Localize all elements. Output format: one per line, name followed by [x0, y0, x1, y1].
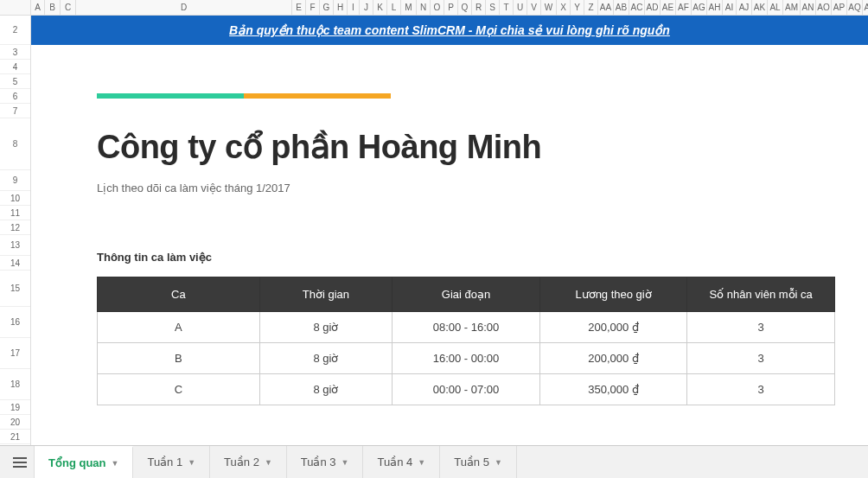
row-header[interactable]: 9: [0, 170, 30, 191]
row-header[interactable]: 16: [0, 307, 30, 338]
sheet-tab[interactable]: Tuần 3▼: [287, 446, 364, 478]
row-header[interactable]: 12: [0, 220, 30, 235]
select-all-cell[interactable]: [0, 0, 31, 15]
column-header[interactable]: G: [320, 0, 334, 15]
column-header[interactable]: AL: [768, 0, 783, 15]
table-row[interactable]: A 8 giờ 08:00 - 16:00 200,000 ₫ 3: [98, 312, 835, 343]
column-header[interactable]: AR: [863, 0, 868, 15]
cell[interactable]: 3: [687, 312, 835, 343]
hamburger-icon: [13, 457, 27, 468]
col-thoigian[interactable]: Thời gian: [259, 277, 393, 312]
column-header[interactable]: H: [334, 0, 348, 15]
sheet-tab[interactable]: Tuần 2▼: [210, 446, 287, 478]
sheet-tab[interactable]: Tuần 1▼: [133, 446, 210, 478]
sheet-tab[interactable]: Tổng quan▼: [35, 446, 133, 478]
row-header[interactable]: 11: [0, 206, 30, 220]
column-header[interactable]: S: [486, 0, 500, 15]
column-header[interactable]: L: [387, 0, 401, 15]
column-header[interactable]: X: [557, 0, 571, 15]
column-header[interactable]: AM: [783, 0, 801, 15]
cell[interactable]: 08:00 - 16:00: [393, 312, 540, 343]
column-header[interactable]: AG: [692, 0, 707, 15]
row-header[interactable]: 19: [0, 400, 30, 415]
cell[interactable]: B: [98, 343, 260, 374]
column-header[interactable]: AC: [629, 0, 645, 15]
cell[interactable]: 350,000 ₫: [539, 374, 687, 405]
row-header[interactable]: 6: [0, 89, 30, 104]
column-header[interactable]: T: [500, 0, 514, 15]
column-header[interactable]: N: [417, 0, 431, 15]
sheet-tab[interactable]: Tuần 5▼: [440, 446, 517, 478]
cell[interactable]: C: [98, 374, 260, 405]
table-row[interactable]: B 8 giờ 16:00 - 00:00 200,000 ₫ 3: [98, 343, 835, 374]
row-header[interactable]: 14: [0, 256, 30, 271]
column-header[interactable]: AJ: [737, 0, 752, 15]
column-header[interactable]: F: [306, 0, 320, 15]
column-header[interactable]: Z: [584, 0, 598, 15]
row-header[interactable]: 13: [0, 235, 30, 256]
table-row[interactable]: C 8 giờ 00:00 - 07:00 350,000 ₫ 3: [98, 374, 835, 405]
column-header[interactable]: AO: [816, 0, 832, 15]
row-header[interactable]: 2: [0, 16, 30, 45]
cell[interactable]: 00:00 - 07:00: [393, 374, 540, 405]
column-header[interactable]: Q: [458, 0, 472, 15]
copyright-link[interactable]: Bản quyền thuộc team content SlimCRM - M…: [229, 23, 670, 37]
column-header[interactable]: AN: [801, 0, 816, 15]
column-header[interactable]: O: [431, 0, 444, 15]
row-header[interactable]: 18: [0, 369, 30, 400]
column-header[interactable]: J: [360, 0, 373, 15]
column-header[interactable]: V: [527, 0, 541, 15]
cell[interactable]: 8 giờ: [259, 343, 393, 374]
column-header[interactable]: AD: [645, 0, 661, 15]
column-header[interactable]: K: [373, 0, 387, 15]
column-header[interactable]: E: [292, 0, 306, 15]
cell[interactable]: A: [98, 312, 260, 343]
cell[interactable]: 8 giờ: [259, 374, 393, 405]
column-header[interactable]: B: [45, 0, 61, 15]
column-header[interactable]: AQ: [847, 0, 863, 15]
row-header[interactable]: 4: [0, 60, 30, 74]
column-header[interactable]: AA: [598, 0, 614, 15]
column-header[interactable]: D: [76, 0, 292, 15]
sheet-content[interactable]: Bản quyền thuộc team content SlimCRM - M…: [31, 16, 868, 445]
column-header[interactable]: AF: [676, 0, 692, 15]
column-header[interactable]: AH: [707, 0, 723, 15]
sheet-tab-bar: Tổng quan▼Tuần 1▼Tuần 2▼Tuần 3▼Tuần 4▼Tu…: [0, 445, 868, 478]
row-header[interactable]: 21: [0, 430, 30, 444]
column-header[interactable]: I: [348, 0, 360, 15]
col-giaidoan[interactable]: Giai đoạn: [393, 277, 540, 312]
row-header[interactable]: 3: [0, 45, 30, 60]
row-header[interactable]: 20: [0, 415, 30, 430]
cell[interactable]: 200,000 ₫: [539, 343, 687, 374]
col-ca[interactable]: Ca: [98, 277, 260, 312]
column-header[interactable]: P: [444, 0, 458, 15]
row-header[interactable]: 15: [0, 271, 30, 307]
column-header[interactable]: R: [472, 0, 486, 15]
column-header[interactable]: AB: [614, 0, 629, 15]
cell[interactable]: 16:00 - 00:00: [393, 343, 540, 374]
cell[interactable]: 3: [687, 343, 835, 374]
row-header[interactable]: 5: [0, 74, 30, 89]
column-header[interactable]: A: [31, 0, 45, 15]
col-luong[interactable]: Lương theo giờ: [539, 277, 687, 312]
column-header[interactable]: AK: [752, 0, 768, 15]
column-header[interactable]: U: [514, 0, 527, 15]
row-header[interactable]: 8: [0, 118, 30, 170]
column-header[interactable]: AE: [661, 0, 676, 15]
column-header[interactable]: C: [61, 0, 76, 15]
column-header[interactable]: W: [541, 0, 557, 15]
column-header[interactable]: Y: [571, 0, 584, 15]
row-header[interactable]: 10: [0, 191, 30, 206]
sheet-tab[interactable]: Tuần 4▼: [363, 446, 440, 478]
all-sheets-button[interactable]: [5, 446, 35, 478]
cell[interactable]: 200,000 ₫: [539, 312, 687, 343]
column-header[interactable]: AP: [832, 0, 847, 15]
row-header[interactable]: 17: [0, 338, 30, 369]
row-header[interactable]: 7: [0, 104, 30, 118]
cell[interactable]: 8 giờ: [259, 312, 393, 343]
column-header[interactable]: M: [401, 0, 417, 15]
cell[interactable]: 3: [687, 374, 835, 405]
sheet-tab-label: Tuần 5: [454, 456, 489, 468]
column-header[interactable]: AI: [723, 0, 737, 15]
col-nhanvien[interactable]: Số nhân viên mỗi ca: [687, 277, 835, 312]
